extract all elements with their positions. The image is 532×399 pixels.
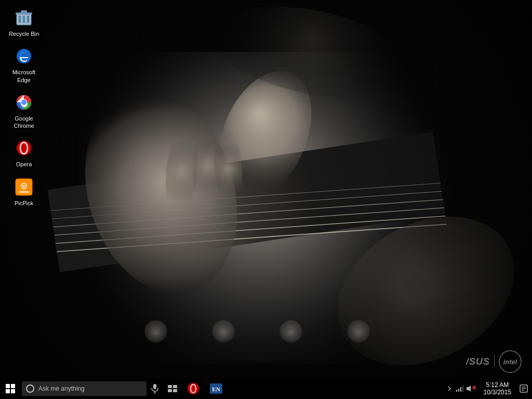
svg-rect-31 — [458, 389, 459, 392]
opera-label: Opera — [16, 161, 32, 168]
start-button[interactable] — [0, 378, 21, 399]
desktop: Recycle Bin Microsoft Edge — [0, 0, 532, 399]
desktop-icon-recycle-bin[interactable]: Recycle Bin — [4, 4, 44, 41]
search-placeholder: Ask me anything — [38, 385, 85, 392]
taskbar: Ask me anything — [0, 378, 532, 399]
recycle-bin-icon — [14, 7, 34, 28]
svg-marker-34 — [467, 385, 471, 392]
svg-rect-23 — [173, 385, 177, 388]
task-view-icon — [168, 385, 177, 392]
taskbar-app-language[interactable]: EN — [205, 378, 228, 399]
search-bar[interactable]: Ask me anything — [22, 381, 147, 396]
chevron-up-icon — [447, 385, 451, 392]
picpick-icon — [14, 177, 34, 197]
svg-rect-2 — [23, 16, 25, 23]
svg-rect-22 — [168, 385, 172, 388]
volume-icon-button[interactable] — [465, 378, 480, 399]
task-view-button[interactable] — [163, 378, 182, 399]
microphone-icon — [151, 384, 158, 393]
desktop-icon-opera[interactable]: Opera — [4, 135, 44, 171]
microsoft-edge-label: Microsoft Edge — [6, 69, 42, 84]
volume-muted-icon — [467, 385, 478, 392]
svg-rect-4 — [16, 12, 32, 15]
svg-rect-25 — [173, 389, 177, 392]
network-icon — [456, 385, 464, 392]
search-circle-icon — [26, 384, 34, 393]
language-icon: EN — [210, 383, 222, 394]
svg-rect-18 — [19, 191, 29, 193]
action-center-button[interactable] — [515, 378, 532, 399]
action-center-icon — [520, 384, 528, 393]
recycle-bin-label: Recycle Bin — [9, 30, 39, 37]
clock-time: 5:12 AM — [486, 381, 509, 389]
google-chrome-icon — [14, 92, 34, 113]
desktop-icons: Recycle Bin Microsoft Edge — [4, 4, 44, 210]
system-tray: 5:12 AM 10/3/2015 — [444, 378, 532, 399]
svg-rect-5 — [21, 10, 27, 12]
microsoft-edge-icon — [14, 46, 34, 66]
asus-logo: /SUS — [466, 356, 490, 367]
logo-divider — [494, 355, 495, 368]
svg-rect-24 — [168, 389, 172, 392]
clock-date: 10/3/2015 — [484, 389, 511, 396]
svg-rect-3 — [27, 16, 29, 23]
picpick-label: PicPick — [15, 200, 33, 207]
svg-point-10 — [22, 100, 26, 104]
network-icon-button[interactable] — [455, 378, 465, 399]
svg-rect-1 — [19, 16, 21, 23]
desktop-icon-microsoft-edge[interactable]: Microsoft Edge — [4, 43, 44, 87]
svg-rect-19 — [153, 384, 156, 389]
taskbar-app-opera[interactable] — [182, 378, 205, 399]
desktop-icon-picpick[interactable]: PicPick — [4, 174, 44, 210]
svg-text:EN: EN — [212, 386, 220, 392]
windows-logo-icon — [6, 384, 15, 393]
svg-rect-32 — [460, 387, 461, 392]
svg-rect-33 — [462, 385, 463, 392]
svg-point-17 — [23, 185, 25, 187]
google-chrome-label: Google Chrome — [6, 115, 42, 130]
opera-icon — [14, 138, 34, 158]
taskbar-opera-icon — [187, 382, 200, 395]
intel-logo: intel — [499, 350, 522, 373]
clock-area[interactable]: 5:12 AM 10/3/2015 — [480, 378, 515, 399]
cortana-mic-button[interactable] — [147, 378, 163, 399]
desktop-icon-google-chrome[interactable]: Google Chrome — [4, 89, 44, 133]
wallpaper — [0, 0, 532, 399]
show-hidden-icons-button[interactable] — [444, 378, 455, 399]
brand-logos: /SUS intel — [466, 350, 522, 373]
svg-rect-30 — [456, 390, 457, 392]
taskbar-apps: EN — [182, 378, 444, 399]
